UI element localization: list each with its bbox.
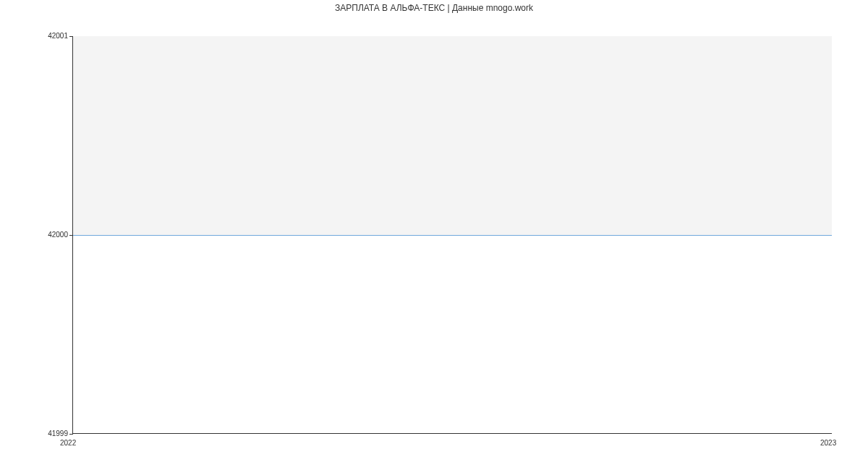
y-tick <box>69 235 73 236</box>
y-tick <box>69 36 73 37</box>
plot-area <box>72 36 832 434</box>
chart-title: ЗАРПЛАТА В АЛЬФА-ТЕКС | Данные mnogo.wor… <box>0 3 868 13</box>
x-tick-label: 2022 <box>60 440 76 447</box>
data-line <box>73 235 832 236</box>
plot-fill <box>73 36 832 235</box>
salary-chart: ЗАРПЛАТА В АЛЬФА-ТЕКС | Данные mnogo.wor… <box>0 0 868 470</box>
x-tick-label: 2023 <box>820 440 836 447</box>
y-tick-label: 42001 <box>48 33 68 40</box>
y-tick-label: 41999 <box>48 430 68 437</box>
y-tick-label: 42000 <box>48 231 68 239</box>
y-tick <box>69 434 73 435</box>
